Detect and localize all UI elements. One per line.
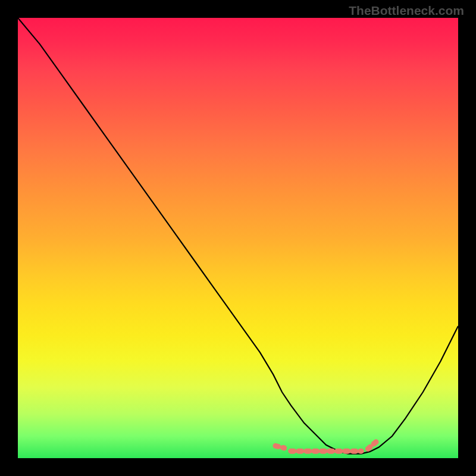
svg-line-0 [275, 446, 284, 448]
watermark-text: TheBottleneck.com [349, 4, 464, 18]
bottleneck-curve-line [18, 18, 458, 454]
svg-line-2 [368, 441, 377, 449]
chart-overlay [18, 18, 458, 458]
chart-plot-area [18, 18, 458, 458]
recommended-range-markers [275, 441, 377, 451]
